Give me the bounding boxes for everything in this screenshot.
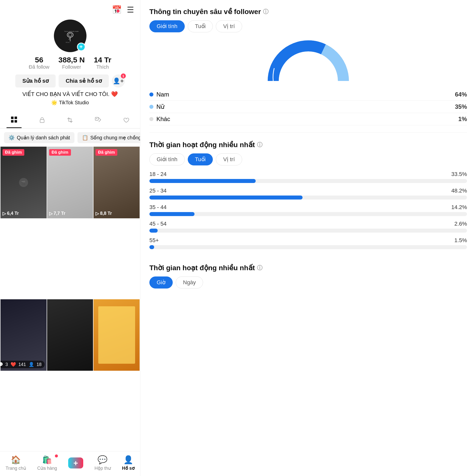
video-thumb-3[interactable]: Đã ghim ▷ 8,8 Tr [93,147,140,218]
svg-rect-10 [15,120,17,123]
song-chung-playlist-label: Sống chung mẹ chồng 📚 [90,135,140,141]
svg-rect-11 [40,120,44,123]
share-profile-button[interactable]: Chia sẻ hồ sơ [59,74,109,87]
likes-label: Thích [96,64,109,70]
other-label: Khác [156,116,170,123]
svg-rect-7 [11,117,14,119]
avatar-rose-svg: You're perfectly made All the l... [60,26,80,46]
legend-other: Khác 1% [149,113,467,125]
nav-profile[interactable]: 👤 Hồ sơ [122,455,135,471]
studio-label: TikTok Studio [59,100,89,106]
bar-row-1: 25 - 34 48.2% [149,187,467,200]
tab-hour[interactable]: Giờ [149,276,173,289]
recorded-badge-2: Đã ghim [49,149,71,156]
video-thumb-2[interactable]: Đã ghim ▷ 7,7 Tr [47,147,93,218]
bar-range-4: 55+ [149,237,159,244]
video-thumb-1[interactable]: 🎬 Đã ghim ▷ 6,4 Tr [1,147,47,218]
filter-tab-gender[interactable]: Giới tính [149,20,185,32]
play-icon-2: ▷ [49,211,53,216]
bar-range-0: 18 - 24 [149,171,167,177]
follower-info-icon[interactable]: ⓘ [263,8,268,16]
activity-info-icon-2[interactable]: ⓘ [257,264,262,272]
studio-icon: 🌟 [51,100,57,106]
bar-fill-3 [149,229,158,233]
nav-shop[interactable]: 🛍️ Cửa hàng [37,455,57,471]
add-avatar-button[interactable]: + [77,43,85,51]
likes-count: 14 Tr [94,56,111,64]
view-count-1: ▷ 6,4 Tr [3,211,19,216]
activity-filter-location[interactable]: Vị trí [216,153,242,165]
follower-insight-section: Thông tin chuyên sâu về follower ⓘ Giới … [149,8,467,133]
bar-range-2: 35 - 44 [149,204,167,211]
create-button[interactable]: + [68,457,83,468]
repost-icon [66,117,73,124]
activity-section-1: Thời gian hoạt động nhiều nhất ⓘ Giới tí… [149,141,467,254]
video-thumb-5[interactable] [47,299,93,371]
manage-playlist-button[interactable]: ⚙️ Quản lý danh sách phát [4,132,74,143]
legend-female: Nữ 35% [149,101,467,113]
tab-tagged[interactable] [90,114,106,128]
svg-rect-8 [15,117,17,119]
manage-playlist-icon: ⚙️ [9,135,15,141]
video-thumb-4[interactable]: 💬 3 ❤️ 141 👤 18 [1,299,47,371]
song-chung-playlist-button[interactable]: 📋 Sống chung mẹ chồng 📚 [77,132,140,143]
header: 📅 ☰ [0,0,140,17]
following-count: 56 [35,56,43,64]
video-thumb-6[interactable] [93,299,140,371]
tag-icon [94,117,102,124]
play-icon-3: ▷ [96,211,99,216]
bar-header-3: 45 - 54 2.6% [149,221,467,227]
bar-range-1: 25 - 34 [149,187,167,194]
menu-icon[interactable]: ☰ [127,5,134,15]
add-friend-button[interactable]: 👤+ 1 [112,74,125,87]
tab-videos[interactable] [7,114,22,128]
tab-reposts[interactable] [62,114,77,128]
nav-create[interactable]: + [68,457,83,468]
action-buttons: Sửa hồ sơ Chia sẻ hồ sơ 👤+ 1 [15,74,125,87]
profile-section: You're perfectly made All the l... + 56 … [0,17,140,110]
bar-track-3 [149,229,467,233]
bar-track-1 [149,196,467,200]
bar-header-4: 55+ 1.5% [149,237,467,244]
activity-info-icon-1[interactable]: ⓘ [257,141,262,149]
tab-liked[interactable] [119,114,134,128]
activity-section-2: Thời gian hoạt động nhiều nhất ⓘ Giờ Ngà… [149,262,467,289]
nav-home[interactable]: 🏠 Trang chủ [6,455,26,471]
bar-header-2: 35 - 44 14.2% [149,204,467,211]
studio-link[interactable]: 🌟 TikTok Studio [51,100,89,106]
song-chung-playlist-icon: 📋 [82,135,88,141]
svg-text:You're perfectly made: You're perfectly made [64,31,79,32]
stat-following: 56 Đã follow [29,56,49,70]
donut-chart [266,38,351,83]
lock-icon [39,117,46,124]
avatar-wrap: You're perfectly made All the l... + [54,20,86,52]
filter-tab-location[interactable]: Vị trí [216,20,242,32]
bar-track-0 [149,179,467,183]
activity-title-1: Thời gian hoạt động nhiều nhất ⓘ [149,141,467,149]
like-icon: ❤️ [11,362,16,367]
male-pct: 64% [455,91,467,98]
tab-private[interactable] [35,114,50,128]
tab-day[interactable]: Ngày [176,276,203,289]
video1-placeholder: 🎬 [19,177,29,187]
video-grid: 🎬 Đã ghim ▷ 6,4 Tr Đã ghim ▷ 7,7 Tr Đã g… [0,147,140,451]
inbox-label: Hộp thư [94,465,111,471]
filter-tab-age[interactable]: Tuổi [188,20,213,32]
edit-profile-button[interactable]: Sửa hồ sơ [15,74,56,87]
follower-filter-tabs: Giới tính Tuổi Vị trí [149,20,467,32]
bar-row-2: 35 - 44 14.2% [149,204,467,216]
bar-fill-1 [149,196,303,200]
follower-legend: Nam 64% Nữ 35% Khác 1% [149,88,467,125]
nav-inbox[interactable]: 💬 Hộp thư [94,455,111,471]
bar-track-2 [149,212,467,216]
activity-filter-age[interactable]: Tuổi [188,153,213,165]
svg-text:All the l...: All the l... [66,42,71,43]
shop-label: Cửa hàng [37,465,57,471]
grid-icon [11,116,18,123]
profile-nav-label: Hồ sơ [122,465,135,471]
activity-filter-gender[interactable]: Giới tính [149,153,185,165]
bar-fill-0 [149,179,256,183]
bar-fill-4 [149,245,154,249]
svg-point-13 [96,118,97,119]
follower-insight-title: Thông tin chuyên sâu về follower ⓘ [149,8,467,16]
